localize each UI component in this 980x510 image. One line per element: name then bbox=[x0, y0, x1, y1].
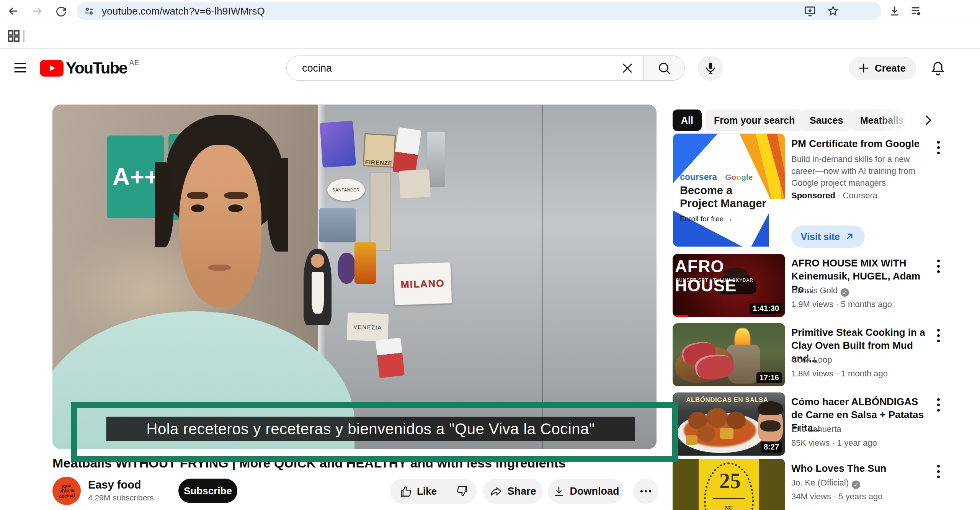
suggested-title-4[interactable]: Who Loves The Sun bbox=[791, 462, 925, 475]
suggested-meta-4: 34M views · 5 years ago bbox=[791, 492, 882, 502]
browser-toolbar: youtube.com/watch?v=6-lh9IWMrsQ bbox=[0, 0, 980, 23]
suggested-channel-2[interactable]: Cook Loop bbox=[791, 355, 832, 365]
duration-badge: 8:27 bbox=[761, 441, 782, 453]
back-icon[interactable] bbox=[5, 3, 21, 19]
suggested-channel-3[interactable]: Eric Lahuerta bbox=[791, 424, 841, 434]
more-actions-button[interactable] bbox=[633, 479, 658, 504]
chip-all[interactable]: All bbox=[673, 110, 702, 131]
magnet-skyline bbox=[319, 208, 356, 242]
bookmark-star-icon[interactable] bbox=[827, 5, 839, 17]
magnet-strip bbox=[369, 172, 391, 251]
download-icon bbox=[552, 485, 565, 498]
fridge-seam bbox=[542, 105, 543, 449]
channel-avatar[interactable]: ¡que ViVA la cocina! bbox=[52, 476, 82, 506]
duration-badge: 17:16 bbox=[756, 372, 782, 383]
share-icon bbox=[490, 485, 503, 498]
ad-sponsored-line: Sponsored · Coursera bbox=[791, 191, 877, 201]
suggested-channel-4[interactable]: Jo. Ke (Official)✓ bbox=[791, 478, 860, 488]
ad-title[interactable]: PM Certificate from Google bbox=[791, 137, 921, 150]
magnet-grapes bbox=[338, 253, 356, 284]
duration-badge: 1:41:30 bbox=[750, 303, 782, 314]
suggested-kebab-3[interactable] bbox=[937, 398, 940, 412]
search-input[interactable]: cocina bbox=[286, 56, 644, 81]
suggested-thumbnail-3[interactable]: ALBÓNDIGAS EN SALSA 8:27 bbox=[673, 392, 785, 456]
magnet-utensil bbox=[427, 132, 445, 187]
channel-subscribers: 4.29M subscribers bbox=[88, 493, 154, 502]
verified-badge-icon: ✓ bbox=[852, 481, 860, 489]
ad-cta[interactable]: Enroll for free → bbox=[680, 215, 733, 223]
suggested-kebab-1[interactable] bbox=[937, 260, 940, 273]
magnet-venezia: VENEZIA bbox=[347, 312, 389, 342]
voice-search-button[interactable] bbox=[698, 56, 723, 81]
magnet-milano: MILANO bbox=[393, 262, 452, 305]
dislike-button[interactable] bbox=[446, 479, 479, 504]
magnet-ship bbox=[376, 338, 405, 378]
magnet-orange bbox=[354, 242, 376, 284]
channel-name[interactable]: Easy food bbox=[88, 479, 141, 491]
suggested-meta-1: 1.9M views · 5 months ago bbox=[791, 299, 892, 309]
watch-progress-bar bbox=[673, 315, 688, 317]
chips-fade bbox=[877, 109, 919, 132]
suggested-thumbnail-1[interactable]: AFRO HOUSE SUNSET SET / TULUM SKYBAR 1:4… bbox=[673, 254, 785, 317]
share-button[interactable]: Share bbox=[483, 479, 543, 504]
magnet-purple bbox=[320, 121, 356, 168]
thumbs-down-icon bbox=[456, 485, 469, 498]
external-arrow-icon bbox=[844, 231, 855, 242]
annotation-highlight-box bbox=[71, 402, 678, 462]
plus-icon bbox=[857, 62, 870, 75]
suggested-thumbnail-4[interactable]: 25 NU WE LOVE THE SUN bbox=[673, 459, 785, 510]
download-button[interactable]: Download bbox=[548, 479, 624, 504]
magnet-roma bbox=[399, 169, 431, 198]
like-button[interactable]: Like bbox=[390, 479, 446, 504]
ad-description: Build in-demand skills for a new career—… bbox=[791, 153, 918, 189]
reading-list-icon[interactable] bbox=[908, 3, 924, 19]
bookmarks-bar bbox=[0, 23, 980, 49]
url-text: youtube.com/watch?v=6-lh9IWMrsQ bbox=[102, 5, 265, 17]
downloads-icon[interactable] bbox=[887, 3, 903, 19]
search-query-text: cocina bbox=[302, 62, 620, 74]
country-badge: AE bbox=[129, 59, 139, 67]
like-dislike-group: Like bbox=[390, 479, 477, 504]
reload-icon[interactable] bbox=[53, 3, 69, 19]
suggested-meta-2: 1.8M views · 1 month ago bbox=[791, 369, 888, 379]
magnet-santander: SANTANDER bbox=[327, 179, 365, 201]
thumbs-up-icon bbox=[399, 485, 412, 498]
site-settings-icon[interactable] bbox=[83, 5, 95, 17]
notifications-bell-icon[interactable] bbox=[929, 60, 946, 77]
mic-icon bbox=[704, 61, 717, 75]
magnet-chef bbox=[304, 249, 332, 325]
youtube-wordmark: YouTube bbox=[66, 59, 127, 77]
bookmark-favicon-placeholder bbox=[23, 30, 24, 42]
visit-site-button[interactable]: Visit site bbox=[791, 226, 865, 248]
search-button[interactable] bbox=[644, 56, 685, 81]
forward-icon[interactable] bbox=[29, 3, 45, 19]
subscribe-button[interactable]: Subscribe bbox=[178, 479, 237, 503]
chip-sauces[interactable]: Sauces bbox=[801, 110, 852, 131]
suggested-meta-3: 85K views · 1 year ago bbox=[791, 438, 877, 448]
ad-headline-1: Become a bbox=[680, 184, 732, 197]
magnet-firenze: FIRENZE bbox=[363, 133, 395, 167]
ad-thumbnail[interactable]: coursera Google Become a Project Manager… bbox=[673, 133, 785, 247]
apps-grid-icon[interactable] bbox=[6, 28, 21, 44]
video-player[interactable]: A++ Total No FIRENZE SANTANDER MILANO VE… bbox=[52, 105, 657, 449]
suggested-kebab-4[interactable] bbox=[937, 465, 940, 478]
search-icon bbox=[657, 61, 671, 75]
ad-kebab-icon[interactable] bbox=[937, 141, 940, 154]
verified-badge-icon: ✓ bbox=[841, 288, 849, 297]
url-bar[interactable]: youtube.com/watch?v=6-lh9IWMrsQ bbox=[77, 2, 881, 20]
suggested-thumbnail-2[interactable]: 17:16 bbox=[673, 323, 785, 386]
person-head bbox=[155, 115, 288, 329]
youtube-play-icon bbox=[40, 60, 64, 77]
chips-chevron-right-icon[interactable] bbox=[920, 113, 936, 128]
youtube-logo[interactable]: YouTube AE bbox=[40, 59, 140, 77]
ad-headline-2: Project Manager bbox=[680, 197, 766, 210]
chip-from-your-search[interactable]: From your search bbox=[706, 110, 803, 131]
clear-search-icon[interactable] bbox=[620, 61, 635, 75]
hamburger-menu-icon[interactable] bbox=[11, 59, 29, 77]
suggested-kebab-2[interactable] bbox=[937, 329, 940, 342]
suggested-channel-1[interactable]: Dennis Gold✓ bbox=[791, 286, 849, 296]
youtube-header: YouTube AE cocina Create bbox=[0, 49, 980, 87]
install-icon[interactable] bbox=[804, 5, 816, 17]
google-logo: Google bbox=[725, 173, 753, 182]
create-button[interactable]: Create bbox=[849, 57, 916, 80]
